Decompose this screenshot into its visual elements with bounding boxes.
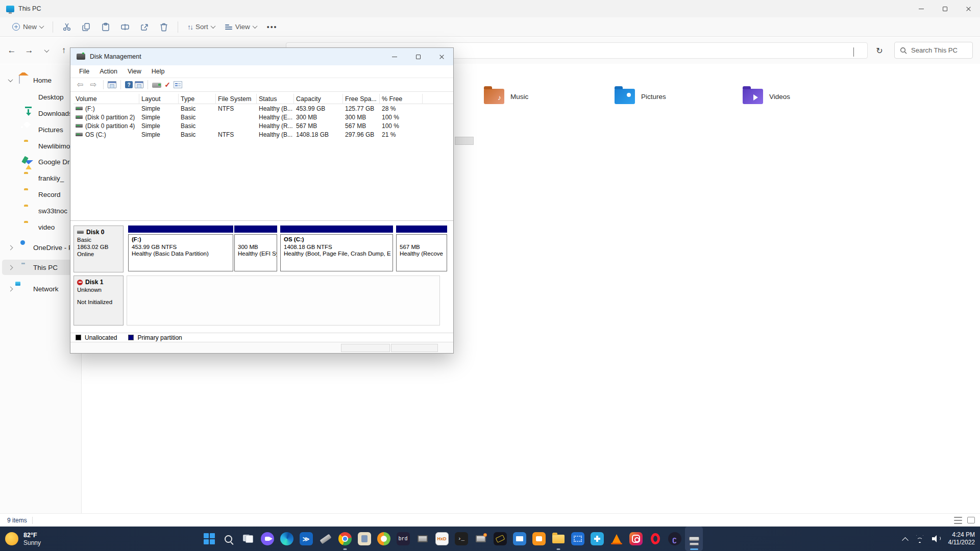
taskbar-bittorrent-icon[interactable]: ʗ xyxy=(666,527,683,551)
dm-back-icon[interactable]: ⇦ xyxy=(75,80,86,89)
taskbar-toolkit-app-icon[interactable] xyxy=(588,527,606,551)
volume-icon[interactable] xyxy=(932,535,941,542)
weather-widget[interactable]: 82°F Sunny xyxy=(5,532,41,546)
col-pct-free[interactable]: % Free xyxy=(380,94,423,104)
back-button[interactable]: ← xyxy=(3,42,20,59)
new-button[interactable]: New xyxy=(7,19,48,35)
show-action-pane-icon[interactable] xyxy=(135,81,143,88)
wifi-icon[interactable] xyxy=(915,535,925,543)
sidebar-item-network[interactable]: Network xyxy=(2,281,80,296)
volume-row-f[interactable]: (F:) Simple Basic NTFS Healthy (B... 453… xyxy=(74,104,453,113)
taskbar-vlc-icon[interactable] xyxy=(607,527,625,551)
taskbar-disk-management-icon[interactable] xyxy=(685,527,703,551)
folder-tile-videos[interactable]: Videos xyxy=(743,89,790,104)
partition-recovery[interactable]: 567 MB Healthy (Recove xyxy=(396,226,447,272)
dm-maximize-button[interactable] xyxy=(406,48,430,65)
help-icon[interactable]: ? xyxy=(125,81,133,88)
view-button[interactable]: View xyxy=(220,19,262,35)
taskbar-sync-app-icon[interactable] xyxy=(375,527,393,551)
volume-row-partition4[interactable]: (Disk 0 partition 4) Simple Basic Health… xyxy=(74,121,453,130)
partition-f[interactable]: (F:) 453.99 GB NTFS Healthy (Basic Data … xyxy=(128,226,233,272)
taskbar-setup-app-icon[interactable] xyxy=(472,527,489,551)
menu-view[interactable]: View xyxy=(123,66,146,77)
refresh-button[interactable]: ↻ xyxy=(871,42,888,59)
sidebar-item-desktop[interactable]: Desktop xyxy=(2,89,80,105)
menu-action[interactable]: Action xyxy=(95,66,122,77)
device-icon[interactable] xyxy=(152,83,161,88)
volume-row-os-c[interactable]: OS (C:) Simple Basic NTFS Healthy (B... … xyxy=(74,130,453,139)
show-console-tree-icon[interactable] xyxy=(108,81,116,88)
sidebar-item-pictures[interactable]: Pictures xyxy=(2,122,80,137)
address-dropdown-button[interactable] xyxy=(853,47,854,57)
taskbar-file-explorer-icon[interactable] xyxy=(549,527,567,551)
paste-button[interactable] xyxy=(96,19,115,35)
sidebar-item-newlibimobile[interactable]: Newlibimobile xyxy=(2,138,80,154)
search-input[interactable] xyxy=(911,46,967,54)
share-button[interactable] xyxy=(135,19,154,35)
folder-tile-music[interactable]: ♪ Music xyxy=(484,89,528,104)
taskbar-edge-icon[interactable] xyxy=(278,527,296,551)
more-options-button[interactable]: ••• xyxy=(262,19,283,35)
sidebar-item-google-drive[interactable]: Google Drive xyxy=(2,154,80,169)
properties-icon[interactable] xyxy=(174,81,182,88)
recent-locations-button[interactable] xyxy=(38,42,55,59)
menu-file[interactable]: File xyxy=(75,66,94,77)
col-volume[interactable]: Volume xyxy=(74,94,139,104)
start-button[interactable] xyxy=(200,527,218,551)
disk1-unallocated-area[interactable] xyxy=(127,276,440,325)
taskbar-download-app-icon[interactable] xyxy=(530,527,548,551)
thumbnail-view-toggle[interactable] xyxy=(967,517,975,523)
sidebar-item-downloads[interactable]: Downloads xyxy=(2,106,80,121)
cut-button[interactable] xyxy=(57,19,77,35)
partition-os-c[interactable]: OS (C:) 1408.18 GB NTFS Healthy (Boot, P… xyxy=(280,226,393,272)
menu-help[interactable]: Help xyxy=(147,66,169,77)
dm-close-button[interactable] xyxy=(430,48,453,65)
sidebar-item-home[interactable]: Home xyxy=(2,72,80,88)
volume-row-partition2[interactable]: (Disk 0 partition 2) Simple Basic Health… xyxy=(74,113,453,121)
col-status[interactable]: Status xyxy=(257,94,294,104)
taskbar-security-app-icon[interactable] xyxy=(355,527,373,551)
minimize-button[interactable] xyxy=(910,0,933,17)
sidebar-item-this-pc[interactable]: This PC xyxy=(2,260,80,275)
taskbar-circuit-app-icon[interactable] xyxy=(491,527,509,551)
col-layout[interactable]: Layout xyxy=(139,94,179,104)
sort-button[interactable]: ↑↓ Sort xyxy=(182,19,220,35)
check-disk-icon[interactable]: ✓ xyxy=(163,81,172,89)
taskbar-chrome-icon[interactable] xyxy=(336,527,354,551)
folder-tile-pictures[interactable]: Pictures xyxy=(615,89,666,104)
sidebar-item-onedrive[interactable]: OneDrive - Pers xyxy=(2,240,80,255)
close-button[interactable] xyxy=(957,0,980,17)
col-free-space[interactable]: Free Spa... xyxy=(343,94,380,104)
dm-titlebar[interactable]: Disk Management xyxy=(70,48,453,65)
taskbar-clipchamp-icon[interactable] xyxy=(258,527,276,551)
clock[interactable]: 4:24 PM 4/11/2022 xyxy=(948,531,975,546)
taskbar-pc-app-icon[interactable] xyxy=(413,527,431,551)
taskbar-brd-app-icon[interactable]: brd xyxy=(394,527,412,551)
copy-button[interactable] xyxy=(77,19,96,35)
partition-efi[interactable]: 300 MB Healthy (EFI Sy xyxy=(234,226,277,272)
taskbar-report-app-icon[interactable] xyxy=(510,527,528,551)
search-box[interactable] xyxy=(894,42,973,59)
task-view-button[interactable] xyxy=(239,527,257,551)
taskbar-instagram-icon[interactable] xyxy=(627,527,645,551)
dm-minimize-button[interactable] xyxy=(383,48,406,65)
maximize-button[interactable] xyxy=(933,0,957,17)
sidebar-item-video[interactable]: video xyxy=(2,219,80,235)
details-view-toggle[interactable] xyxy=(954,517,962,524)
taskbar-converter-app-icon[interactable] xyxy=(569,527,586,551)
taskbar-usb-app-icon[interactable] xyxy=(316,527,334,551)
sidebar-item-frankiiy[interactable]: frankiiy_ xyxy=(2,170,80,186)
taskbar-opera-icon[interactable] xyxy=(646,527,664,551)
dm-forward-icon[interactable]: ⇨ xyxy=(88,80,99,89)
taskbar-media-app-icon[interactable]: ≫ xyxy=(297,527,315,551)
rename-button[interactable] xyxy=(115,19,135,35)
forward-button[interactable]: → xyxy=(20,42,38,59)
sidebar-item-record[interactable]: Record xyxy=(2,187,80,202)
taskbar-hxd-icon[interactable]: HxD xyxy=(433,527,451,551)
col-capacity[interactable]: Capacity xyxy=(294,94,343,104)
sidebar-item-sw33tnoc[interactable]: sw33tnoc xyxy=(2,203,80,218)
col-file-system[interactable]: File System xyxy=(216,94,257,104)
disk0-label[interactable]: Disk 0 Basic 1863.02 GB Online xyxy=(74,226,124,272)
delete-button[interactable] xyxy=(154,19,174,35)
taskbar-search-button[interactable] xyxy=(219,527,237,551)
